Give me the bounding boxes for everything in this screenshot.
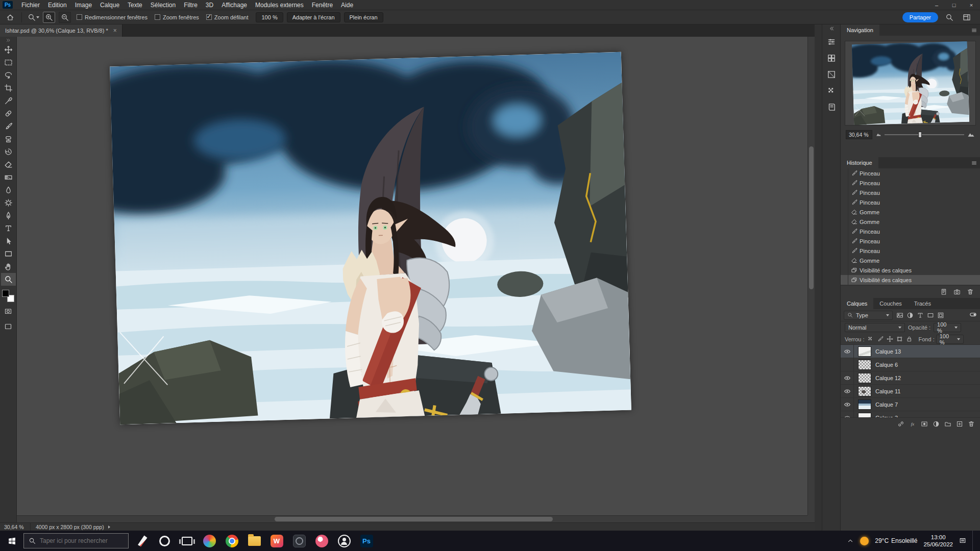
home-icon[interactable]: [4, 12, 16, 23]
history-step[interactable]: Pinceau: [841, 197, 980, 207]
toolbar-overflow-icon[interactable]: [6, 37, 11, 43]
layer-row[interactable]: Calque 11: [841, 385, 980, 398]
layer-row[interactable]: Calque 6: [841, 358, 980, 371]
pixel-filter-icon[interactable]: [895, 311, 905, 320]
history-source-cell[interactable]: [841, 265, 848, 275]
start-button[interactable]: [0, 531, 23, 551]
share-button[interactable]: Partager: [902, 12, 938, 22]
filter-toggle-icon[interactable]: [969, 311, 977, 319]
chrome[interactable]: [220, 531, 243, 551]
couches-tab[interactable]: Couches: [873, 298, 908, 309]
gradients-panel-icon[interactable]: [824, 67, 839, 82]
layer-thumbnail[interactable]: [858, 346, 871, 357]
adjustment-filter-icon[interactable]: [905, 311, 915, 320]
layer-visibility-toggle[interactable]: [841, 398, 854, 411]
hidden-icons-chevron[interactable]: [847, 537, 854, 544]
taskbar-search[interactable]: [23, 533, 129, 548]
navigator-zoom-slider[interactable]: [885, 134, 964, 135]
layer-filter-select[interactable]: Type: [844, 311, 893, 320]
layer-thumbnail[interactable]: [858, 360, 871, 370]
checkbox[interactable]: [206, 14, 212, 20]
opera-browser[interactable]: [153, 531, 176, 551]
history-step[interactable]: Pinceau: [841, 188, 980, 197]
layer-row[interactable]: Calque 7: [841, 398, 980, 411]
link-button[interactable]: [897, 420, 904, 428]
file-explorer[interactable]: [243, 531, 265, 551]
collapse-panels-icon[interactable]: [828, 26, 835, 33]
history-step[interactable]: Gomme: [841, 207, 980, 217]
layer-row[interactable]: Calque 3: [841, 411, 980, 417]
zoom-tool-preset[interactable]: [27, 12, 39, 23]
document-canvas[interactable]: [110, 52, 631, 425]
fit-screen-button[interactable]: Adapter à l'écran: [287, 12, 340, 22]
layer-thumbnail[interactable]: [858, 386, 871, 396]
document-tab[interactable]: Ishtar.psd @ 30,6% (Calque 13, RVB/8) * …: [0, 24, 122, 37]
search-icon[interactable]: [943, 12, 955, 23]
adjustment-button[interactable]: [933, 420, 940, 428]
filtre-menu[interactable]: Filtre: [180, 0, 202, 10]
action-center-icon[interactable]: [959, 537, 966, 544]
color-sliders-panel-icon[interactable]: [824, 35, 839, 49]
eraser-tool[interactable]: [1, 158, 16, 171]
history-tab[interactable]: Historique: [841, 157, 878, 168]
edition-menu[interactable]: Edition: [44, 0, 71, 10]
fill-select[interactable]: 100 %: [936, 335, 964, 344]
zoom-fenetres-checkbox[interactable]: Zoom fenêtres: [155, 14, 199, 20]
zoom-out-mountain-icon[interactable]: [876, 132, 881, 138]
blend-mode-select[interactable]: Normal: [845, 323, 905, 332]
calques-tab[interactable]: Calques: [841, 298, 873, 309]
opacity-select[interactable]: 100 %: [934, 323, 961, 332]
texte-menu[interactable]: Texte: [124, 0, 146, 10]
fichier-menu[interactable]: Fichier: [17, 0, 44, 10]
fullscreen-button[interactable]: Plein écran: [344, 12, 383, 22]
snapshot-button[interactable]: [953, 288, 961, 295]
lock-lock-icon[interactable]: [905, 335, 914, 343]
group-button[interactable]: [944, 420, 951, 428]
dodge-tool[interactable]: [1, 196, 16, 209]
pen-app[interactable]: [131, 531, 153, 551]
history-source-cell[interactable]: [841, 178, 848, 188]
checkbox[interactable]: [155, 14, 160, 20]
eyedropper-tool[interactable]: [1, 94, 16, 107]
photoshop[interactable]: Ps: [355, 531, 378, 551]
patterns-panel-icon[interactable]: [824, 84, 839, 98]
layer-visibility-toggle[interactable]: [841, 371, 854, 384]
weather-widget[interactable]: 29°C Ensoleillé: [875, 537, 917, 544]
canvas-area[interactable]: [17, 37, 815, 522]
transparency-lock-icon[interactable]: [866, 335, 875, 343]
foreground-color-swatch[interactable]: [2, 290, 9, 297]
history-source-cell[interactable]: [841, 236, 848, 246]
history-step[interactable]: Pinceau: [841, 246, 980, 256]
layer-row[interactable]: Calque 12: [841, 371, 980, 385]
history-source-cell[interactable]: [841, 188, 848, 197]
brush-tool[interactable]: [1, 120, 16, 133]
fx-button[interactable]: fx: [909, 420, 916, 428]
layer-thumbnail[interactable]: [858, 399, 871, 410]
libraries-panel-icon[interactable]: [824, 100, 839, 114]
layer-thumbnail[interactable]: [858, 413, 871, 418]
mask-button[interactable]: [921, 420, 928, 428]
history-source-cell[interactable]: [841, 275, 848, 285]
fenetre-menu[interactable]: Fenêtre: [308, 0, 337, 10]
artboard-lock-icon[interactable]: [895, 335, 904, 343]
gradient-tool[interactable]: [1, 171, 16, 184]
zoom-slider-thumb[interactable]: [918, 132, 922, 138]
history-brush-tool[interactable]: [1, 145, 16, 158]
history-step[interactable]: Pinceau: [841, 227, 980, 236]
vertical-scrollbar[interactable]: [807, 37, 815, 515]
layer-row[interactable]: Calque 13: [841, 345, 980, 358]
dark-app[interactable]: [288, 531, 310, 551]
brush-lock-icon[interactable]: [876, 335, 885, 343]
statusbar-zoom-field[interactable]: 30,64 %: [0, 523, 31, 531]
horizontal-scrollbar-thumb[interactable]: [275, 517, 553, 521]
history-step[interactable]: Gomme: [841, 256, 980, 265]
layer-visibility-toggle[interactable]: [841, 385, 854, 397]
color-wheel-app[interactable]: [198, 531, 220, 551]
aide-menu[interactable]: Aide: [337, 0, 357, 10]
maximize-button[interactable]: □: [945, 0, 963, 10]
wattpad[interactable]: W: [265, 531, 288, 551]
close-tab-icon[interactable]: ×: [113, 27, 117, 34]
swatches-panel-icon[interactable]: [824, 51, 839, 65]
navigator-zoom-field[interactable]: 30,64 %: [846, 130, 872, 139]
modules-externes-menu[interactable]: Modules externes: [251, 0, 308, 10]
